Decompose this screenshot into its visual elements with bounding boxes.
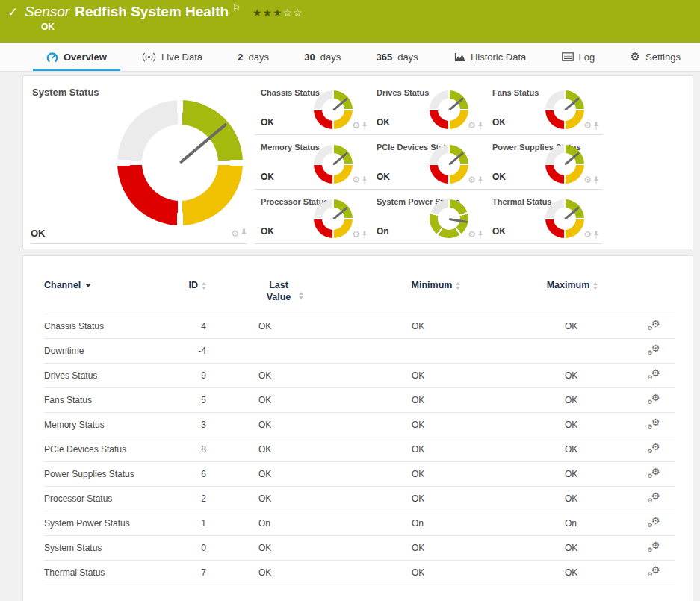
table-row[interactable]: System Power Status 1 On On On ⚙⚙	[44, 511, 675, 536]
gauge-value: OK	[492, 172, 506, 182]
column-header-last-value[interactable]: Last Value	[206, 275, 359, 314]
pin-icon[interactable]	[593, 122, 599, 130]
tab-2-days[interactable]: 2 days	[235, 43, 272, 71]
channel-name[interactable]: Drives Status	[44, 364, 182, 388]
pin-icon[interactable]	[362, 176, 368, 184]
pin-icon[interactable]	[593, 176, 599, 184]
table-row[interactable]: Thermal Status 7 OK OK OK ⚙⚙	[44, 561, 675, 585]
gear-icon[interactable]: ⚙	[231, 229, 239, 238]
pin-icon[interactable]	[477, 231, 483, 239]
tab-value: 2	[238, 52, 243, 63]
pin-icon[interactable]	[362, 231, 368, 239]
channel-settings-icon[interactable]: ⚙⚙	[648, 517, 660, 529]
pin-icon[interactable]	[593, 231, 599, 239]
channel-name[interactable]: PCIe Devices Status	[44, 437, 182, 462]
priority-stars[interactable]: ★★★☆☆	[253, 7, 303, 19]
tab-settings[interactable]: ⚙ Settings	[628, 43, 684, 71]
channel-id: 0	[182, 536, 206, 561]
pin-icon[interactable]	[241, 228, 247, 238]
channel-id: 2	[182, 487, 206, 511]
flag-icon[interactable]: ⚐	[232, 3, 241, 13]
channel-name[interactable]: System Power Status	[44, 511, 182, 536]
column-label: Maximum	[547, 280, 590, 290]
channel-settings-icon[interactable]: ⚙⚙	[648, 492, 660, 504]
tile-processor-status: Processor Status OK ⚙	[255, 190, 371, 244]
table-row[interactable]: Memory Status 3 OK OK OK ⚙⚙	[44, 413, 675, 437]
table-row[interactable]: Chassis Status 4 OK OK OK ⚙⚙	[44, 314, 675, 339]
gear-icon[interactable]: ⚙	[583, 175, 592, 184]
channel-name[interactable]: System Status	[44, 536, 182, 561]
minimum-value: OK	[359, 487, 512, 511]
channel-name[interactable]: Downtime	[44, 339, 182, 364]
column-header-id[interactable]: ID	[182, 275, 206, 314]
maximum-value: OK	[512, 437, 632, 462]
check-icon: ✓	[7, 4, 18, 20]
channel-name[interactable]: Power Supplies Status	[44, 462, 182, 487]
gauge-value: OK	[261, 117, 274, 128]
table-row[interactable]: Downtime -4 ⚙⚙	[44, 339, 675, 364]
maximum-value: OK	[512, 561, 632, 585]
tab-historic-data[interactable]: Historic Data	[450, 43, 529, 71]
tab-overview[interactable]: Overview	[43, 43, 110, 71]
gear-icon[interactable]: ⚙	[352, 121, 360, 130]
table-row[interactable]: Drives Status 9 OK OK OK ⚙⚙	[44, 364, 675, 388]
gauges-card: System Status OK ⚙ Chassis Status OK ⚙ D…	[22, 75, 693, 249]
table-bottom-border	[44, 585, 675, 587]
channels-card: Channel ID Last Value Minimum Maximum Ch…	[22, 255, 693, 601]
maximum-value: OK	[512, 388, 632, 413]
minimum-value: On	[359, 511, 512, 536]
gear-icon[interactable]: ⚙	[583, 230, 592, 239]
tab-30-days[interactable]: 30 days	[301, 43, 344, 71]
channel-id: 6	[182, 462, 206, 487]
channel-settings-icon[interactable]: ⚙⚙	[648, 344, 660, 356]
minimum-value: OK	[359, 388, 512, 413]
channel-settings-icon[interactable]: ⚙⚙	[648, 320, 660, 331]
tile-system-power-status: System Power Status On ⚙	[371, 190, 486, 244]
last-value: OK	[206, 364, 359, 388]
maximum-value	[512, 339, 632, 364]
maximum-value: On	[512, 511, 632, 536]
channel-settings-icon[interactable]: ⚙⚙	[648, 369, 660, 381]
channel-settings-icon[interactable]: ⚙⚙	[648, 443, 660, 455]
tab-label: days	[397, 52, 418, 63]
tab-log[interactable]: Log	[559, 43, 598, 71]
channel-name[interactable]: Thermal Status	[44, 561, 182, 585]
tab-365-days[interactable]: 365 days	[373, 43, 421, 71]
tab-label: Log	[579, 52, 595, 63]
channel-name[interactable]: Processor Status	[44, 487, 182, 511]
gauge-needle	[179, 123, 227, 164]
table-row[interactable]: Power Supplies Status 6 OK OK OK ⚙⚙	[44, 462, 675, 487]
pin-icon[interactable]	[362, 122, 368, 130]
channel-settings-icon[interactable]: ⚙⚙	[648, 418, 660, 430]
table-row[interactable]: System Status 0 OK OK OK ⚙⚙	[44, 536, 675, 561]
tab-live-data[interactable]: Live Data	[139, 43, 205, 71]
column-header-channel[interactable]: Channel	[44, 275, 182, 314]
pin-icon[interactable]	[477, 176, 483, 184]
channel-settings-icon[interactable]: ⚙⚙	[648, 541, 660, 553]
column-label: Channel	[44, 280, 81, 290]
gear-icon[interactable]: ⚙	[352, 175, 360, 184]
channel-name[interactable]: Fans Status	[44, 388, 182, 413]
gauge-icon	[46, 52, 58, 63]
gear-icon[interactable]: ⚙	[583, 121, 592, 130]
minimum-value: OK	[359, 413, 512, 437]
channel-settings-icon[interactable]: ⚙⚙	[648, 393, 660, 405]
last-value: OK	[206, 413, 359, 437]
gauge-tile-grid: Chassis Status OK ⚙ Drives Status OK ⚙ F…	[255, 81, 602, 249]
channel-name[interactable]: Memory Status	[44, 413, 182, 437]
channel-id: 3	[182, 413, 206, 437]
table-row[interactable]: Fans Status 5 OK OK OK ⚙⚙	[44, 388, 675, 413]
channel-name[interactable]: Chassis Status	[44, 314, 182, 339]
pin-icon[interactable]	[477, 122, 483, 130]
channel-settings-icon[interactable]: ⚙⚙	[648, 566, 660, 578]
column-header-minimum[interactable]: Minimum	[359, 275, 512, 314]
column-header-maximum[interactable]: Maximum	[512, 275, 632, 314]
gear-icon[interactable]: ⚙	[352, 230, 360, 239]
gear-icon[interactable]: ⚙	[468, 230, 476, 239]
gear-icon[interactable]: ⚙	[468, 121, 476, 130]
table-row[interactable]: PCIe Devices Status 8 OK OK OK ⚙⚙	[44, 437, 675, 462]
gear-icon[interactable]: ⚙	[468, 175, 476, 184]
channel-settings-icon[interactable]: ⚙⚙	[648, 467, 660, 479]
table-row[interactable]: Processor Status 2 OK OK OK ⚙⚙	[44, 487, 675, 511]
last-value: OK	[206, 536, 359, 561]
